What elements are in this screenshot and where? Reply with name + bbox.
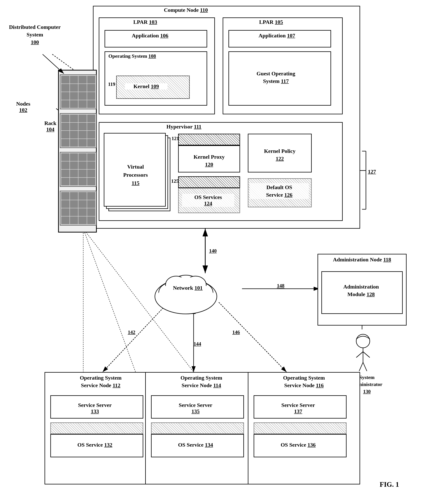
os-service-node114-label: Operating SystemService Node 114 <box>153 374 250 389</box>
os-services-label: OS Services 124 <box>182 194 234 207</box>
app107-label: Application 107 <box>248 33 306 39</box>
os108-label: Operating System 108 <box>108 53 167 59</box>
service-server133-label: Service Server 133 <box>60 402 130 414</box>
ref148-label: 148 <box>277 283 284 289</box>
fig-label: FIG. 1 <box>380 480 399 488</box>
os-service132-label: OS Service 132 <box>60 442 130 448</box>
ref144-label: 144 <box>193 341 201 347</box>
ref140-label: 140 <box>209 248 217 254</box>
rack-box <box>58 70 97 233</box>
kernel-policy-label: Kernel Policy 122 <box>252 147 308 162</box>
sys-admin-figure <box>349 333 377 372</box>
app106-label: Application 106 <box>116 33 184 39</box>
hatch134 <box>151 423 244 434</box>
admin-node-label: Administration Node 118 <box>321 256 403 263</box>
network-label: Network 101 <box>168 285 207 291</box>
os-service134-label: OS Service 134 <box>161 442 230 448</box>
ref121-label: 121 <box>172 136 179 142</box>
ref125-label: 125 <box>171 178 179 184</box>
ref119-label: 119 <box>108 81 115 87</box>
admin-module-label: AdministrationModule 128 <box>325 283 397 298</box>
nodes-label: Nodes 102 <box>12 101 35 113</box>
compute-node-label: Compute Node 110 <box>147 7 225 13</box>
lpar105-label: LPAR 105 <box>246 19 296 25</box>
hatch121 <box>178 134 240 145</box>
svg-line-3 <box>52 54 74 70</box>
kernel-proxy-label: Kernel Proxy 120 <box>182 153 236 168</box>
rack-unit-3 <box>60 152 97 187</box>
ref146-label: 146 <box>232 329 240 335</box>
kernel109-label: Kernel 109 <box>125 83 167 90</box>
lpar103-label: LPAR 103 <box>120 19 170 25</box>
distributed-cs-label: Distributed ComputerSystem 100 <box>8 23 62 46</box>
rack-label: Rack 104 <box>39 120 62 133</box>
rack-unit-1 <box>60 74 97 109</box>
rack-unit-4 <box>60 191 97 225</box>
ref127-label: 127 <box>368 169 376 175</box>
service-server135-label: Service Server 135 <box>161 402 230 414</box>
hatch125 <box>178 176 240 188</box>
svg-line-12 <box>83 229 136 372</box>
hypervisor-label: Hypervisor 111 <box>155 124 213 130</box>
vp-label: VirtualProcessors 115 <box>110 163 161 187</box>
hatch132 <box>50 423 143 434</box>
default-os-label: Default OSService 126 <box>250 183 309 199</box>
os-service136-label: OS Service 136 <box>263 442 333 448</box>
os-service-node116-label: Operating SystemService Node 116 <box>255 374 352 389</box>
svg-line-9 <box>219 302 287 372</box>
service-server137-label: Service Server 137 <box>263 402 333 414</box>
rack-unit-2 <box>60 113 97 148</box>
hatch136 <box>254 423 347 434</box>
guest-os-label: Guest OperatingSystem 117 <box>240 70 312 85</box>
ref142-label: 142 <box>128 329 135 335</box>
os-service-node112-label: Operating SystemService Node 112 <box>52 374 149 389</box>
